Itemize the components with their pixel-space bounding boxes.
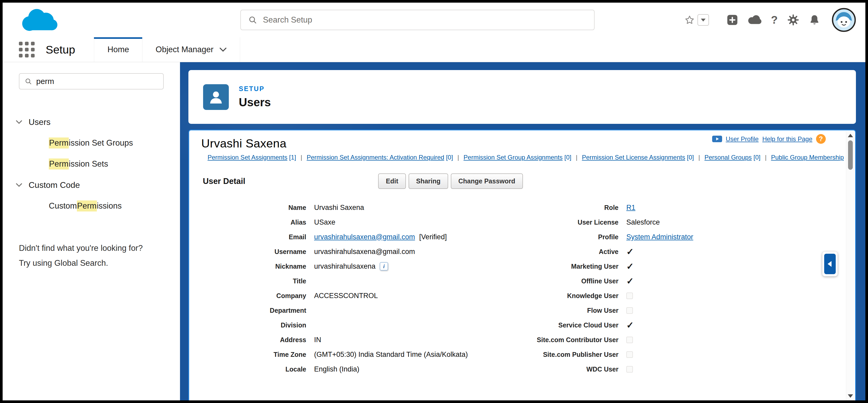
related-link-count: [0]: [444, 154, 453, 161]
related-link-personal-groups[interactable]: Personal Groups: [705, 154, 752, 161]
search-icon: [248, 16, 257, 24]
tab-object-manager[interactable]: Object Manager: [142, 37, 240, 62]
setup-tree: Users Permission Set GroupsPermission Se…: [3, 112, 180, 216]
setup-nav-bar: Setup Home Object Manager: [3, 37, 865, 62]
field-text: urvashirahulsaxena: [314, 262, 375, 271]
scrollbar-thumb[interactable]: [848, 141, 853, 170]
field-text: urvashirahulsaxena@gmail.com: [314, 248, 415, 256]
help-icon[interactable]: ?: [771, 14, 778, 26]
related-link-permission-set-assignments-activation-required[interactable]: Permission Set Assignments: Activation R…: [307, 154, 444, 161]
quick-find-box[interactable]: [19, 73, 164, 90]
chevron-down-icon: [16, 183, 22, 187]
setup-sidebar: Users Permission Set GroupsPermission Se…: [3, 62, 180, 400]
field-value-division: [306, 318, 514, 333]
scrollbar[interactable]: [846, 131, 855, 400]
related-list-item: Permission Set License Assignments [0]: [582, 154, 694, 161]
field-label-locale: Locale: [201, 362, 306, 376]
field-text: USaxe: [314, 218, 335, 226]
page-header-card: SETUP Users: [188, 70, 856, 124]
field-link-system-administrator[interactable]: System Administrator: [626, 233, 693, 241]
scroll-down-arrow-icon[interactable]: [848, 394, 853, 398]
related-list-item: Permission Set Assignments: Activation R…: [307, 154, 453, 161]
quick-find-no-result-hint: Didn't find what you're looking for? Try…: [19, 241, 164, 271]
favorites-dropdown-button[interactable]: [698, 14, 709, 26]
field-value-site-com-publisher-user: [618, 347, 826, 362]
unchecked-checkbox-icon: [626, 337, 633, 343]
field-value-flow-user: [618, 303, 826, 318]
field-label-time-zone: Time Zone: [201, 347, 306, 362]
related-list-item: Permission Set Assignments [1]: [208, 154, 296, 161]
email-link[interactable]: urvashirahulsaxena@gmail.com: [314, 233, 415, 241]
user-profile-link[interactable]: User Profile: [726, 135, 758, 143]
field-label-flow-user: Flow User: [514, 303, 618, 318]
page-title: Users: [239, 96, 271, 109]
setup-gear-icon[interactable]: [787, 14, 799, 26]
tree-item-users[interactable]: Users: [3, 112, 180, 132]
related-link-public-group-membership[interactable]: Public Group Membership: [771, 154, 844, 161]
no-result-line1: Didn't find what you're looking for?: [19, 244, 143, 253]
field-label-alias: Alias: [201, 215, 306, 229]
field-value-department: [306, 303, 514, 318]
unchecked-checkbox-icon: [626, 366, 633, 373]
match-post-text: issions: [97, 201, 122, 211]
sidebar-item-permission-sets[interactable]: Permission Sets: [3, 154, 180, 175]
info-icon[interactable]: i: [380, 262, 388, 271]
related-list-item: Personal Groups [0]: [705, 154, 761, 161]
user-detail-card: Urvashi Saxena User Profile Help for thi…: [188, 130, 856, 400]
related-list-separator: |: [576, 154, 577, 161]
field-value-time-zone: (GMT+05:30) India Standard Time (Asia/Ko…: [306, 347, 514, 362]
related-link-permission-set-license-assignments[interactable]: Permission Set License Assignments: [582, 154, 685, 161]
field-label-service-cloud-user: Service Cloud User: [514, 318, 618, 333]
field-text: English (India): [314, 365, 360, 373]
global-actions-plus-icon[interactable]: [726, 14, 738, 26]
tree-item-custom-code-label: Custom Code: [29, 180, 80, 190]
favorites-star-icon[interactable]: [684, 15, 695, 25]
field-text: ACCESSCONTROL: [314, 292, 378, 300]
related-list-separator: |: [457, 154, 459, 161]
global-search-box[interactable]: [240, 10, 595, 30]
related-link-count: [1]: [287, 154, 296, 161]
quick-find-input[interactable]: [36, 77, 158, 86]
field-value-marketing-user: ✓: [618, 259, 826, 274]
user-avatar[interactable]: [832, 8, 856, 32]
field-label-company: Company: [201, 288, 306, 303]
change-password-button[interactable]: Change Password: [451, 174, 523, 189]
checked-icon: ✓: [626, 261, 634, 272]
collapse-handle-button[interactable]: [824, 254, 836, 274]
field-value-service-cloud-user: ✓: [618, 318, 826, 333]
tab-home[interactable]: Home: [94, 37, 142, 62]
match-pre-text: Custom: [49, 201, 77, 211]
panel-collapse-handle[interactable]: [823, 252, 838, 276]
field-link-r1[interactable]: R1: [626, 204, 636, 212]
notifications-bell-icon[interactable]: [809, 14, 820, 26]
tree-item-custom-code[interactable]: Custom Code: [3, 175, 180, 195]
related-link-permission-set-group-assignments[interactable]: Permission Set Group Assignments: [464, 154, 563, 161]
sidebar-item-custom-permissions[interactable]: Custom Permissions: [3, 195, 180, 216]
field-value-email: urvashirahulsaxena@gmail.com[Verified]: [306, 229, 514, 244]
global-header: ?: [3, 3, 865, 37]
tab-object-manager-label: Object Manager: [156, 45, 214, 54]
detail-button-row: EditSharingChange Password: [201, 174, 826, 189]
related-list-item: Public Group Membership [0]: [771, 154, 852, 161]
chevron-down-icon: [219, 48, 227, 52]
help-for-this-page-link[interactable]: Help for this Page: [762, 135, 812, 143]
edit-button[interactable]: Edit: [378, 174, 406, 189]
page-help-icon[interactable]: ?: [816, 134, 826, 144]
sharing-button[interactable]: Sharing: [408, 174, 448, 189]
scroll-up-arrow-icon[interactable]: [848, 134, 853, 137]
checked-icon: ✓: [626, 246, 634, 257]
user-profile-video-icon: [712, 136, 722, 142]
field-value-username: urvashirahulsaxena@gmail.com: [306, 244, 514, 259]
trailhead-cloud-icon[interactable]: [748, 15, 762, 25]
related-link-permission-set-assignments[interactable]: Permission Set Assignments: [208, 154, 287, 161]
app-launcher-icon[interactable]: [19, 42, 35, 58]
global-search-input[interactable]: [263, 15, 587, 25]
field-label-email: Email: [201, 229, 306, 244]
field-label-offline-user: Offline User: [514, 274, 618, 288]
field-value-offline-user: ✓: [618, 274, 826, 288]
field-label-division: Division: [201, 318, 306, 333]
checked-icon: ✓: [626, 320, 634, 330]
sidebar-item-permission-set-groups[interactable]: Permission Set Groups: [3, 132, 180, 154]
field-value-name: Urvashi Saxena: [306, 200, 514, 215]
match-post-text: ission Set Groups: [69, 138, 133, 148]
